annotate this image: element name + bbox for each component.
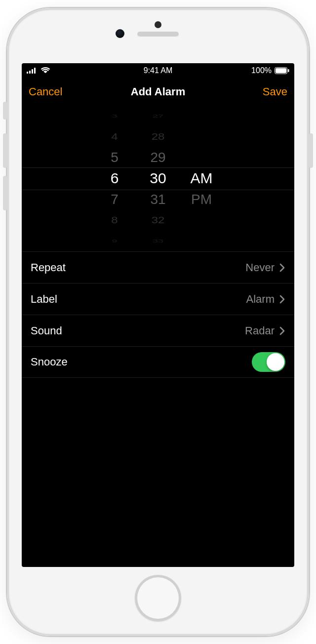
repeat-value: Never	[245, 261, 275, 274]
chevron-right-icon	[279, 263, 285, 272]
sound-label: Sound	[31, 324, 62, 337]
alarm-settings-list: Repeat Never Label Alarm Sound Radar	[22, 251, 294, 378]
snooze-toggle[interactable]	[252, 352, 285, 372]
minute-option[interactable]: 27	[146, 112, 170, 121]
minute-wheel[interactable]: 27 28 29 30 31 32 33	[146, 106, 170, 251]
hour-option[interactable]: 8	[103, 212, 126, 228]
earpiece-speaker	[137, 32, 179, 37]
label-label: Label	[31, 293, 57, 306]
iphone-frame: 9:41 AM 100% Cancel Add Alarm Save	[7, 8, 309, 636]
proximity-sensor	[116, 29, 124, 38]
sound-row[interactable]: Sound Radar	[22, 315, 294, 346]
hour-option[interactable]: 7	[103, 189, 126, 210]
time-picker[interactable]: 3 4 5 6 7 8 9 27 28 29 30 31 32 33	[22, 106, 294, 251]
save-button[interactable]: Save	[263, 85, 287, 98]
hour-option[interactable]: 4	[103, 129, 126, 145]
status-bar: 9:41 AM 100%	[22, 63, 294, 78]
power-button[interactable]	[309, 133, 313, 168]
home-button[interactable]	[135, 575, 181, 621]
minute-option[interactable]: 33	[146, 236, 170, 245]
front-camera	[155, 21, 161, 28]
mute-switch[interactable]	[3, 102, 7, 120]
sound-value: Radar	[245, 324, 275, 337]
screen: 9:41 AM 100% Cancel Add Alarm Save	[22, 63, 294, 567]
chevron-right-icon	[279, 326, 285, 335]
period-option-selected[interactable]: AM	[190, 168, 213, 189]
minute-option[interactable]: 32	[146, 212, 170, 228]
hour-option[interactable]: 3	[103, 112, 126, 121]
status-time: 9:41 AM	[22, 66, 294, 75]
chevron-right-icon	[279, 295, 285, 304]
repeat-label: Repeat	[31, 261, 66, 274]
label-row[interactable]: Label Alarm	[22, 283, 294, 315]
hour-option[interactable]: 9	[103, 236, 126, 245]
repeat-row[interactable]: Repeat Never	[22, 251, 294, 283]
hour-wheel[interactable]: 3 4 5 6 7 8 9	[103, 106, 126, 251]
toggle-knob	[267, 353, 284, 371]
period-wheel[interactable]: . . . AM PM . .	[190, 106, 213, 251]
page-title: Add Alarm	[22, 85, 294, 98]
volume-up-button[interactable]	[3, 133, 7, 168]
minute-option-selected[interactable]: 30	[146, 168, 170, 189]
snooze-label: Snooze	[31, 356, 68, 368]
minute-option[interactable]: 29	[146, 147, 170, 168]
nav-bar: Cancel Add Alarm Save	[22, 78, 294, 106]
period-option[interactable]: PM	[190, 189, 213, 210]
minute-option[interactable]: 28	[146, 129, 170, 145]
volume-down-button[interactable]	[3, 176, 7, 210]
cancel-button[interactable]: Cancel	[29, 85, 62, 98]
snooze-row: Snooze	[22, 346, 294, 378]
hour-option-selected[interactable]: 6	[103, 168, 126, 189]
label-value: Alarm	[246, 293, 275, 306]
hour-option[interactable]: 5	[103, 147, 126, 168]
minute-option[interactable]: 31	[146, 189, 170, 210]
